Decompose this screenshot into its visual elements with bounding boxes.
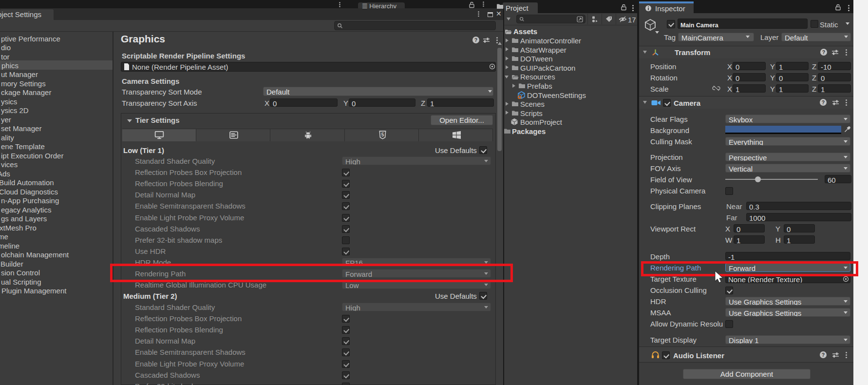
- svg-text:5: 5: [381, 132, 384, 137]
